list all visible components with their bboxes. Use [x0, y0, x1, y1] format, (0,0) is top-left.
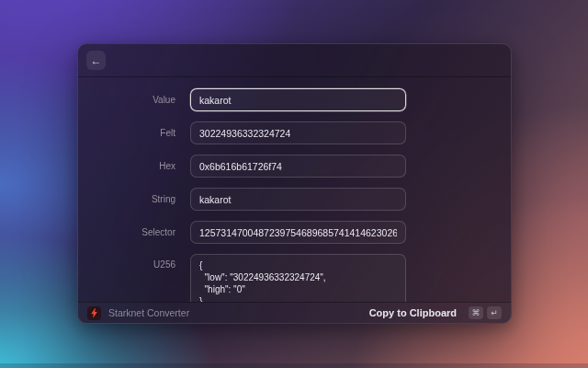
- lightning-bolt-icon: [87, 306, 101, 320]
- starknet-converter-window: ← Value Felt Hex String Selector: [77, 43, 512, 324]
- form-row-u256: U256 { "low": "30224936332324724", "high…: [78, 254, 511, 302]
- selector-label: Selector: [78, 227, 175, 237]
- bottom-shade: [0, 363, 588, 368]
- u256-label: U256: [78, 254, 175, 270]
- selector-input[interactable]: [190, 221, 406, 244]
- copy-to-clipboard-label: Copy to Clipboard: [369, 307, 457, 318]
- felt-label: Felt: [78, 128, 175, 138]
- form-content: Value Felt Hex String Selector U256: [78, 77, 511, 302]
- form-row-value: Value: [78, 88, 511, 111]
- back-arrow-icon: ←: [91, 55, 102, 66]
- cmd-key-icon: ⌘: [469, 306, 483, 319]
- hex-label: Hex: [78, 161, 175, 171]
- back-button[interactable]: ←: [86, 51, 106, 70]
- felt-input[interactable]: [190, 121, 406, 144]
- window-header: ←: [78, 44, 511, 77]
- form-row-selector: Selector: [78, 221, 511, 244]
- form-row-felt: Felt: [78, 121, 511, 144]
- copy-to-clipboard-button[interactable]: Copy to Clipboard ⌘ ↵: [369, 306, 502, 319]
- string-label: String: [78, 194, 175, 204]
- app-name-label: Starknet Converter: [108, 307, 189, 318]
- form-row-string: String: [78, 188, 511, 211]
- status-bar: Starknet Converter Copy to Clipboard ⌘ ↵: [78, 302, 511, 323]
- value-input[interactable]: [190, 88, 406, 111]
- desktop-background: ← Value Felt Hex String Selector: [0, 0, 588, 368]
- u256-textarea[interactable]: { "low": "30224936332324724", "high": "0…: [190, 254, 406, 302]
- form-row-hex: Hex: [78, 155, 511, 178]
- return-key-icon: ↵: [487, 306, 502, 319]
- hex-input[interactable]: [190, 155, 406, 178]
- string-input[interactable]: [190, 188, 406, 211]
- value-label: Value: [78, 95, 175, 105]
